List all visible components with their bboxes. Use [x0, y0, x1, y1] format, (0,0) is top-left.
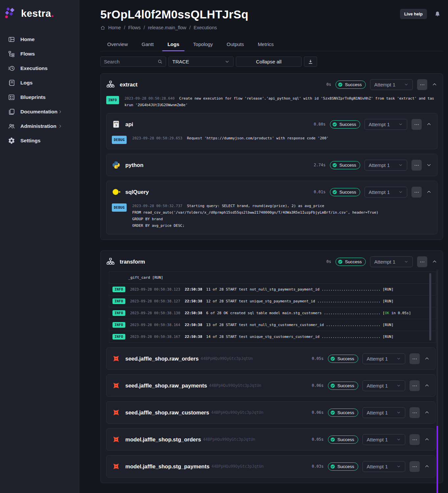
- collapse-button[interactable]: [424, 383, 430, 388]
- task-duration: 0s: [326, 259, 331, 264]
- collapse-button[interactable]: [424, 436, 430, 442]
- collapse-button[interactable]: [426, 121, 432, 127]
- task-title: seed.jaffle_shop.raw_orders: [125, 356, 199, 362]
- attempt-select[interactable]: Attempt 1: [370, 256, 413, 267]
- sidebar-item-blueprints[interactable]: Blueprints: [0, 90, 79, 105]
- sidebar-item-home[interactable]: Home: [0, 32, 79, 47]
- sidebar-item-flows[interactable]: Flows: [0, 47, 79, 61]
- log-result: [RUN]: [383, 323, 393, 327]
- attempt-select[interactable]: Attempt 1: [362, 380, 405, 391]
- attempt-label: Attempt 1: [374, 82, 395, 87]
- chevron-down-icon: [404, 259, 409, 264]
- more-options-button[interactable]: ⋯: [411, 160, 422, 171]
- brand-text: kestra: [21, 8, 51, 19]
- sidebar-item-administration[interactable]: Administration: [0, 119, 79, 133]
- attempt-select[interactable]: Attempt 1: [364, 187, 407, 198]
- kestra-logo[interactable]: kestra.: [0, 0, 79, 21]
- breadcrumb-item-home[interactable]: Home: [108, 25, 121, 30]
- check-circle-icon: [332, 163, 337, 168]
- log-message-block: 2023-09-28 00:50:28.640Create new execut…: [125, 95, 434, 108]
- more-options-button[interactable]: ⋯: [411, 119, 422, 130]
- more-options-button[interactable]: ⋯: [410, 434, 420, 445]
- chevron-down-icon: [398, 122, 403, 127]
- tab-metrics[interactable]: Metrics: [251, 38, 281, 51]
- notifications-bell-icon[interactable]: [434, 11, 441, 17]
- sidebar-item-settings[interactable]: Settings: [0, 133, 79, 148]
- log-level-select[interactable]: TRACE: [168, 57, 234, 67]
- more-options-button[interactable]: ⋯: [411, 187, 422, 198]
- more-options-button[interactable]: ⋯: [417, 256, 427, 267]
- download-logs-button[interactable]: [304, 57, 317, 67]
- attempt-select[interactable]: Attempt 1: [362, 461, 405, 472]
- collapse-button[interactable]: [424, 410, 430, 415]
- log-result: [RUN]: [383, 335, 393, 339]
- attempt-select[interactable]: Attempt 1: [364, 119, 407, 130]
- log-timestamp: 2023-09-28 00:50:38.127: [130, 299, 180, 303]
- home-icon: [8, 36, 15, 43]
- task-duration: 0.05s: [312, 356, 324, 361]
- task-run-id: 44BPpHQu99OyGtc3pJqtUn: [201, 356, 253, 361]
- chevron-down-icon: [396, 383, 401, 388]
- sidebar-item-executions[interactable]: Executions: [0, 61, 79, 76]
- task-card-model-jaffle-shop-stg-payments: model.jaffle_shop.stg_payments44BPpHQu99…: [106, 455, 436, 478]
- chevron-down-icon: [404, 82, 409, 87]
- more-options-button[interactable]: ⋯: [410, 407, 420, 418]
- dbt-icon: [112, 408, 120, 417]
- collapse-button[interactable]: [424, 463, 430, 469]
- more-options-button[interactable]: ⋯: [410, 380, 420, 391]
- attempt-label: Attempt 1: [367, 356, 388, 362]
- collapse-button[interactable]: [424, 356, 430, 362]
- log-level-badge: INFO: [112, 310, 125, 316]
- collapse-button[interactable]: [426, 189, 432, 195]
- more-options-button[interactable]: ⋯: [417, 79, 427, 90]
- executions-icon: [8, 65, 15, 72]
- task-header-controls: 0.05sSuccessAttempt 1⋯: [312, 353, 430, 364]
- task-card-header: python2.74sSuccessAttempt 1⋯: [112, 159, 432, 171]
- tab-overview[interactable]: Overview: [100, 38, 135, 51]
- attempt-select[interactable]: Attempt 1: [370, 79, 413, 90]
- more-options-button[interactable]: ⋯: [410, 461, 420, 472]
- log-row: INFO2023-09-28 00:50:38.16422:50:3813 of…: [109, 319, 436, 331]
- check-circle-icon: [330, 464, 335, 469]
- attempt-label: Attempt 1: [374, 259, 395, 265]
- attempt-select[interactable]: Attempt 1: [362, 434, 405, 445]
- breadcrumb-item-release-main-flow[interactable]: release.main_flow: [148, 25, 187, 30]
- more-options-button[interactable]: ⋯: [410, 353, 420, 364]
- log-timestamp: 2023-09-28 00:50:38.167: [130, 335, 180, 339]
- search-box[interactable]: [100, 57, 166, 67]
- breadcrumb-item-flows[interactable]: Flows: [128, 25, 141, 30]
- tab-topology[interactable]: Topology: [186, 38, 220, 51]
- sidebar-item-documentation[interactable]: Documentation: [0, 105, 79, 119]
- log-timestamp: 2023-09-28 00:50:38.123: [130, 287, 180, 292]
- log-line: 2023-09-28 00:50:32.737Starting query: S…: [132, 203, 378, 209]
- task-duration: 0.06s: [312, 410, 324, 415]
- log-message-block: 2023-09-28 00:50:32.737Starting query: S…: [132, 203, 378, 229]
- collapse-button[interactable]: [432, 259, 437, 265]
- breadcrumb-item-executions[interactable]: Executions: [194, 25, 217, 30]
- collapse-all-button[interactable]: Collapse all: [236, 57, 302, 67]
- collapse-button[interactable]: [432, 82, 437, 87]
- log-line-partial: _gift_card [RUN]: [109, 272, 436, 283]
- log-entry: DEBUG2023-09-28 00:50:29.653Request 'htt…: [112, 135, 432, 144]
- log-window-scrollbar-thumb[interactable]: [429, 273, 431, 340]
- attempt-select[interactable]: Attempt 1: [362, 407, 405, 418]
- log-result: in 0.05s]: [389, 311, 411, 315]
- expand-button[interactable]: [426, 162, 432, 168]
- home-icon[interactable]: [100, 25, 105, 30]
- log-entry: DEBUG2023-09-28 00:50:32.737Starting que…: [112, 203, 432, 229]
- breadcrumb: Home/Flows/release.main_flow/Executions: [100, 25, 443, 30]
- attempt-label: Attempt 1: [367, 437, 388, 442]
- svg-text:?: ?: [115, 124, 117, 127]
- log-level-badge: INFO: [112, 322, 125, 328]
- card-scrollbar-thumb[interactable]: [436, 426, 438, 493]
- sidebar-item-logs[interactable]: Logs: [0, 76, 79, 90]
- search-input[interactable]: [104, 59, 158, 64]
- chevron-down-icon: [396, 356, 401, 361]
- attempt-select[interactable]: Attempt 1: [364, 160, 407, 171]
- tab-outputs[interactable]: Outputs: [220, 38, 251, 51]
- attempt-select[interactable]: Attempt 1: [362, 353, 405, 364]
- breadcrumb-separator: /: [124, 25, 125, 30]
- tab-gantt[interactable]: Gantt: [135, 38, 161, 51]
- live-help-button[interactable]: Live help: [400, 9, 427, 19]
- tab-logs[interactable]: Logs: [161, 38, 186, 51]
